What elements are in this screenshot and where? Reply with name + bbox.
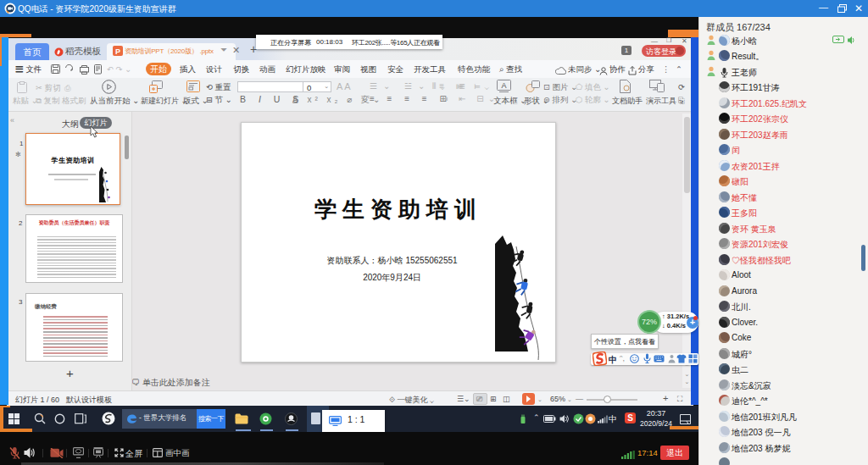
svg-text:A: A bbox=[501, 81, 506, 90]
svg-text:P: P bbox=[115, 47, 120, 56]
